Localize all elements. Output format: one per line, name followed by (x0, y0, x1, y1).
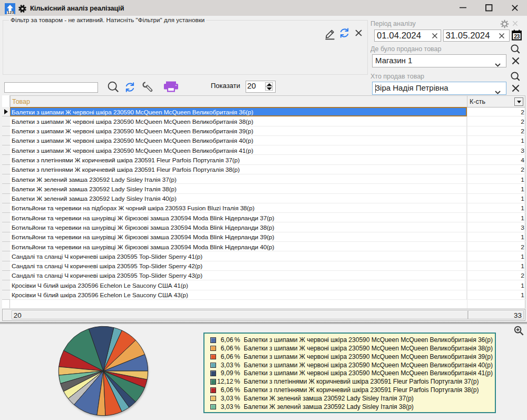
svg-text:23: 23 (514, 33, 520, 40)
